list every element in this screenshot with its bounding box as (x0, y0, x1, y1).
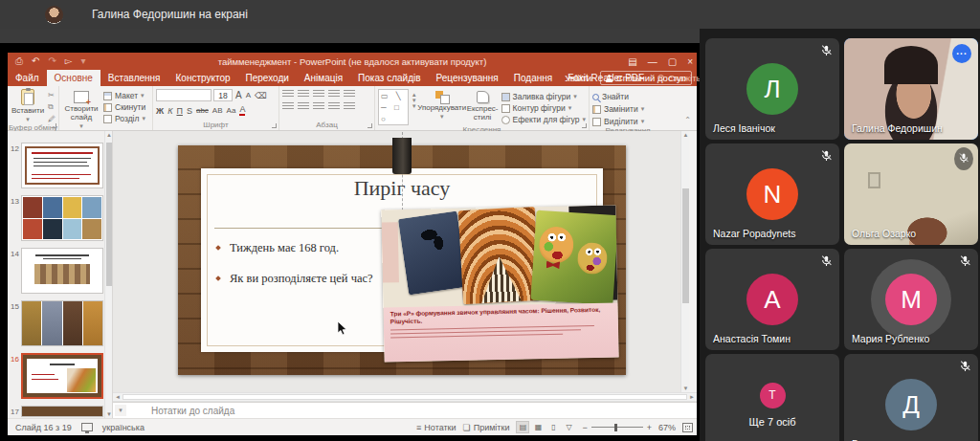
participant-tile-olha-video[interactable]: Ольга Озарко (844, 143, 978, 245)
reading-view-icon[interactable]: ▯ (546, 421, 560, 433)
tab-transitions[interactable]: Переходи (238, 70, 297, 86)
thumbnails-scrollbar[interactable]: ▲ ▼ (104, 131, 112, 418)
columns-icon[interactable] (344, 102, 355, 111)
redo-icon[interactable]: ↷ (48, 55, 56, 67)
grow-font-button[interactable]: А (234, 90, 243, 100)
display-settings-icon[interactable] (81, 423, 93, 431)
increase-indent-icon[interactable] (328, 90, 340, 99)
zoom-level[interactable]: 67% (658, 423, 676, 432)
font-size-input[interactable]: 18 (213, 89, 233, 101)
thumbnail-slide-16-selected[interactable]: 16 (8, 353, 113, 401)
participant-tile-nazar[interactable]: N Nazar Popadynets (705, 143, 839, 245)
paste-button[interactable]: Вставити ▾ (11, 89, 45, 123)
shapes-gallery[interactable]: ▭ ╲ ─ □ ○ △ ◇ ▽ ☆ ⌂ ☆ ( ) ~ = (378, 89, 409, 125)
participant-tile-you[interactable]: Д Ви (844, 354, 978, 441)
slide-body-text[interactable]: Тиждень має 168 год. Як ви розподіляєте … (216, 241, 373, 302)
char-spacing-button[interactable]: АВ (212, 106, 223, 115)
tab-file[interactable]: Файл (8, 70, 47, 86)
notes-toggle-button[interactable]: ≡Нотатки (416, 423, 457, 432)
dialog-launcher-icon[interactable] (272, 123, 277, 128)
clear-formatting-icon[interactable]: ⌫ (254, 91, 268, 100)
tab-animations[interactable]: Анімація (297, 70, 350, 86)
shape-effects-button[interactable]: Ефекти для фігур▾ (501, 115, 586, 124)
decrease-indent-icon[interactable] (313, 90, 324, 99)
thumbnail-slide-17[interactable]: 17 (8, 406, 113, 418)
shrink-font-button[interactable]: А (245, 91, 252, 99)
participant-tile-mariya[interactable]: М Мария Рубленко (844, 249, 978, 350)
collapse-ribbon-icon[interactable]: ⌃ (684, 116, 691, 124)
shape-outline-button[interactable]: Контур фігури▾ (501, 103, 586, 113)
align-right-icon[interactable] (313, 102, 324, 111)
fit-to-window-icon[interactable] (682, 423, 693, 432)
qat-customize-icon[interactable]: ▾ (80, 55, 85, 67)
participant-tile-overflow[interactable]: Т Ще 7 осіб (705, 354, 839, 441)
italic-button[interactable]: К (167, 106, 172, 116)
canvas-vertical-scrollbar[interactable]: ▲ ▼ (680, 131, 689, 392)
section-button[interactable]: Розділ▾ (103, 114, 145, 123)
slideshow-view-icon[interactable]: ▽ (562, 421, 575, 433)
tab-insert[interactable]: Вставлення (100, 70, 168, 86)
justify-icon[interactable] (328, 102, 340, 111)
start-slideshow-icon[interactable]: ▻ (65, 55, 73, 67)
save-icon[interactable]: ⎙ (15, 55, 23, 67)
ribbon-options-icon[interactable]: ▤ (628, 56, 636, 67)
thumbnail-slide-13[interactable]: 13 (8, 195, 113, 243)
normal-view-icon[interactable]: ▤ (516, 421, 529, 433)
replace-button[interactable]: Замінити▾ (592, 104, 644, 114)
tab-home[interactable]: Основне (47, 70, 100, 86)
language-indicator[interactable]: українська (102, 423, 145, 432)
font-name-input[interactable] (156, 89, 212, 101)
notes-pane[interactable]: ▾ Нотатки до слайда (113, 402, 697, 418)
close-icon[interactable]: × (687, 56, 693, 67)
sign-in-button[interactable]: Увійти (565, 73, 591, 83)
slide[interactable]: Пиріг часу Тиждень має 168 год. Як ви ро… (178, 145, 626, 375)
strikethrough-button[interactable]: abc (196, 106, 209, 115)
zoom-slider-handle[interactable] (614, 424, 617, 431)
tab-review[interactable]: Рецензування (429, 70, 506, 86)
new-slide-button[interactable]: Створити слайд ▾ (62, 89, 100, 130)
shapes-scroll[interactable]: ▲▼▼ (412, 89, 417, 109)
canvas-horizontal-scrollbar[interactable]: ◄ ► (113, 392, 697, 402)
dialog-launcher-icon[interactable] (368, 123, 372, 128)
undo-icon[interactable]: ↶ (32, 55, 39, 67)
font-color-button[interactable]: А (239, 105, 245, 116)
participant-tile-anastasiia[interactable]: А Анастасія Томин (705, 249, 839, 350)
find-button[interactable]: Знайти (592, 92, 644, 101)
underline-button[interactable]: П (176, 106, 182, 116)
dialog-launcher-icon[interactable] (582, 123, 587, 128)
share-button[interactable]: Спільний доступ (600, 71, 692, 85)
slide-sorter-icon[interactable]: ▦ (531, 421, 545, 433)
comments-toggle-button[interactable]: ❏Примітки (463, 423, 510, 432)
align-center-icon[interactable] (298, 102, 309, 111)
align-left-icon[interactable] (282, 102, 294, 111)
layout-button[interactable]: Макет▾ (103, 91, 145, 100)
thumbnail-slide-15[interactable]: 15 (8, 300, 113, 348)
dialog-launcher-icon[interactable] (52, 123, 56, 128)
bold-button[interactable]: Ж (156, 106, 164, 116)
tab-design[interactable]: Конструктор (168, 70, 238, 86)
zoom-out-icon[interactable]: − (582, 423, 587, 432)
book-photo[interactable]: Три «Р» формування звичок управляння час… (381, 205, 618, 362)
tab-slideshow[interactable]: Показ слайдів (350, 70, 429, 86)
zoom-in-icon[interactable]: + (647, 423, 652, 432)
slide-canvas[interactable]: Пиріг часу Тиждень має 168 год. Як ви ро… (113, 131, 689, 392)
numbering-icon[interactable] (298, 90, 309, 99)
minimize-icon[interactable]: — (648, 56, 657, 67)
quick-styles-button[interactable]: Експрес-стилі (467, 89, 499, 121)
bullets-icon[interactable] (282, 90, 294, 99)
more-options-button[interactable]: ... (952, 44, 971, 63)
thumbnail-slide-12[interactable]: 12 (8, 143, 113, 190)
tab-view[interactable]: Подання (506, 70, 560, 86)
reset-button[interactable]: Скинути (103, 102, 145, 112)
cut-icon[interactable]: ✂ (48, 91, 56, 99)
participant-tile-lesia[interactable]: Л Леся Іванічок (705, 38, 839, 140)
change-case-button[interactable]: Аа (227, 106, 236, 115)
participant-tile-halyna-video[interactable]: ... Галина Федоришин (844, 38, 978, 140)
zoom-slider[interactable] (591, 427, 643, 428)
arrange-button[interactable]: Упорядкувати ▾ (420, 89, 464, 121)
notes-splitter[interactable]: ▾ (115, 405, 126, 416)
line-spacing-icon[interactable] (344, 90, 355, 99)
thumbnail-slide-14[interactable]: 14 (8, 248, 113, 296)
shape-fill-button[interactable]: Заливка фігури▾ (501, 92, 586, 101)
format-painter-icon[interactable]: 🖉 (48, 115, 56, 123)
